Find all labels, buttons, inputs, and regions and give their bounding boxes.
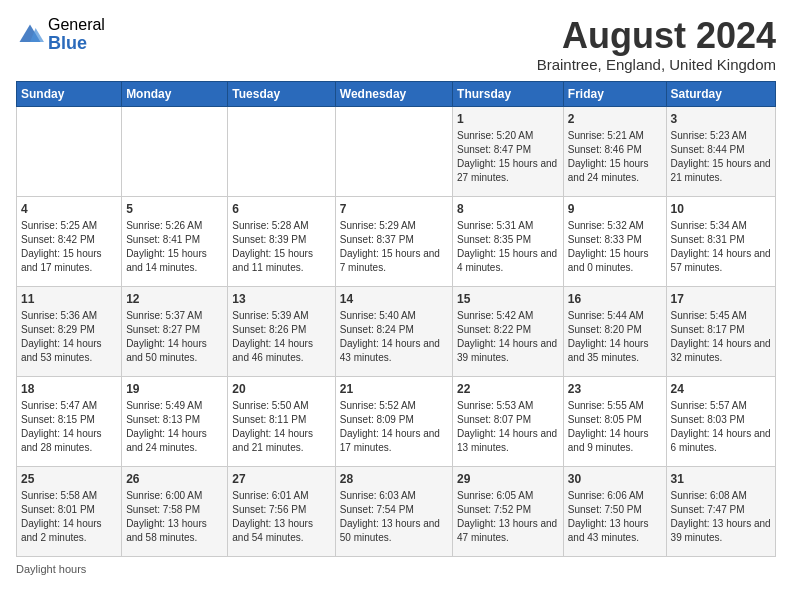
day-info: Sunrise: 5:50 AMSunset: 8:11 PMDaylight:…: [232, 399, 330, 455]
day-info: Sunrise: 5:32 AMSunset: 8:33 PMDaylight:…: [568, 219, 662, 275]
day-number: 8: [457, 201, 559, 218]
header-day-saturday: Saturday: [666, 81, 775, 106]
day-number: 5: [126, 201, 223, 218]
calendar-cell: 1Sunrise: 5:20 AMSunset: 8:47 PMDaylight…: [453, 106, 564, 196]
day-info: Sunrise: 5:36 AMSunset: 8:29 PMDaylight:…: [21, 309, 117, 365]
calendar-cell: 21Sunrise: 5:52 AMSunset: 8:09 PMDayligh…: [335, 376, 452, 466]
day-info: Sunrise: 6:00 AMSunset: 7:58 PMDaylight:…: [126, 489, 223, 545]
header-day-wednesday: Wednesday: [335, 81, 452, 106]
day-number: 17: [671, 291, 771, 308]
calendar-cell: 24Sunrise: 5:57 AMSunset: 8:03 PMDayligh…: [666, 376, 775, 466]
day-info: Sunrise: 5:47 AMSunset: 8:15 PMDaylight:…: [21, 399, 117, 455]
calendar-cell: 8Sunrise: 5:31 AMSunset: 8:35 PMDaylight…: [453, 196, 564, 286]
day-number: 30: [568, 471, 662, 488]
day-number: 1: [457, 111, 559, 128]
day-info: Sunrise: 5:23 AMSunset: 8:44 PMDaylight:…: [671, 129, 771, 185]
day-number: 28: [340, 471, 448, 488]
page-header: General Blue August 2024 Braintree, Engl…: [16, 16, 776, 73]
calendar-week-5: 25Sunrise: 5:58 AMSunset: 8:01 PMDayligh…: [17, 466, 776, 556]
day-info: Sunrise: 5:45 AMSunset: 8:17 PMDaylight:…: [671, 309, 771, 365]
calendar-cell: 16Sunrise: 5:44 AMSunset: 8:20 PMDayligh…: [563, 286, 666, 376]
day-number: 25: [21, 471, 117, 488]
calendar-week-1: 1Sunrise: 5:20 AMSunset: 8:47 PMDaylight…: [17, 106, 776, 196]
calendar-cell: 31Sunrise: 6:08 AMSunset: 7:47 PMDayligh…: [666, 466, 775, 556]
header-day-thursday: Thursday: [453, 81, 564, 106]
calendar-cell: 19Sunrise: 5:49 AMSunset: 8:13 PMDayligh…: [122, 376, 228, 466]
day-number: 13: [232, 291, 330, 308]
calendar-cell: 5Sunrise: 5:26 AMSunset: 8:41 PMDaylight…: [122, 196, 228, 286]
day-number: 4: [21, 201, 117, 218]
day-number: 18: [21, 381, 117, 398]
logo-text: General Blue: [48, 16, 105, 53]
calendar-cell: 14Sunrise: 5:40 AMSunset: 8:24 PMDayligh…: [335, 286, 452, 376]
day-info: Sunrise: 5:55 AMSunset: 8:05 PMDaylight:…: [568, 399, 662, 455]
title-block: August 2024 Braintree, England, United K…: [537, 16, 776, 73]
day-number: 24: [671, 381, 771, 398]
day-info: Sunrise: 5:53 AMSunset: 8:07 PMDaylight:…: [457, 399, 559, 455]
day-info: Sunrise: 5:49 AMSunset: 8:13 PMDaylight:…: [126, 399, 223, 455]
day-info: Sunrise: 5:31 AMSunset: 8:35 PMDaylight:…: [457, 219, 559, 275]
calendar-cell: 9Sunrise: 5:32 AMSunset: 8:33 PMDaylight…: [563, 196, 666, 286]
day-info: Sunrise: 6:08 AMSunset: 7:47 PMDaylight:…: [671, 489, 771, 545]
calendar-cell: [17, 106, 122, 196]
day-info: Sunrise: 5:28 AMSunset: 8:39 PMDaylight:…: [232, 219, 330, 275]
header-day-monday: Monday: [122, 81, 228, 106]
day-info: Sunrise: 5:20 AMSunset: 8:47 PMDaylight:…: [457, 129, 559, 185]
day-info: Sunrise: 5:26 AMSunset: 8:41 PMDaylight:…: [126, 219, 223, 275]
day-info: Sunrise: 6:01 AMSunset: 7:56 PMDaylight:…: [232, 489, 330, 545]
calendar-cell: 15Sunrise: 5:42 AMSunset: 8:22 PMDayligh…: [453, 286, 564, 376]
calendar-cell: 4Sunrise: 5:25 AMSunset: 8:42 PMDaylight…: [17, 196, 122, 286]
day-number: 7: [340, 201, 448, 218]
day-number: 23: [568, 381, 662, 398]
day-number: 26: [126, 471, 223, 488]
day-info: Sunrise: 5:39 AMSunset: 8:26 PMDaylight:…: [232, 309, 330, 365]
calendar-cell: 20Sunrise: 5:50 AMSunset: 8:11 PMDayligh…: [228, 376, 335, 466]
calendar-cell: 6Sunrise: 5:28 AMSunset: 8:39 PMDaylight…: [228, 196, 335, 286]
calendar-cell: 18Sunrise: 5:47 AMSunset: 8:15 PMDayligh…: [17, 376, 122, 466]
calendar-week-3: 11Sunrise: 5:36 AMSunset: 8:29 PMDayligh…: [17, 286, 776, 376]
day-number: 29: [457, 471, 559, 488]
day-info: Sunrise: 5:57 AMSunset: 8:03 PMDaylight:…: [671, 399, 771, 455]
header-day-friday: Friday: [563, 81, 666, 106]
calendar-table: SundayMondayTuesdayWednesdayThursdayFrid…: [16, 81, 776, 557]
day-number: 21: [340, 381, 448, 398]
day-info: Sunrise: 6:06 AMSunset: 7:50 PMDaylight:…: [568, 489, 662, 545]
calendar-cell: 26Sunrise: 6:00 AMSunset: 7:58 PMDayligh…: [122, 466, 228, 556]
calendar-cell: 25Sunrise: 5:58 AMSunset: 8:01 PMDayligh…: [17, 466, 122, 556]
day-info: Sunrise: 5:21 AMSunset: 8:46 PMDaylight:…: [568, 129, 662, 185]
footer-text: Daylight hours: [16, 563, 86, 575]
day-number: 11: [21, 291, 117, 308]
calendar-week-4: 18Sunrise: 5:47 AMSunset: 8:15 PMDayligh…: [17, 376, 776, 466]
day-number: 9: [568, 201, 662, 218]
calendar-cell: 29Sunrise: 6:05 AMSunset: 7:52 PMDayligh…: [453, 466, 564, 556]
calendar-cell: 22Sunrise: 5:53 AMSunset: 8:07 PMDayligh…: [453, 376, 564, 466]
calendar-cell: 17Sunrise: 5:45 AMSunset: 8:17 PMDayligh…: [666, 286, 775, 376]
header-day-tuesday: Tuesday: [228, 81, 335, 106]
day-info: Sunrise: 6:03 AMSunset: 7:54 PMDaylight:…: [340, 489, 448, 545]
calendar-cell: 2Sunrise: 5:21 AMSunset: 8:46 PMDaylight…: [563, 106, 666, 196]
calendar-cell: 13Sunrise: 5:39 AMSunset: 8:26 PMDayligh…: [228, 286, 335, 376]
calendar-cell: 28Sunrise: 6:03 AMSunset: 7:54 PMDayligh…: [335, 466, 452, 556]
day-info: Sunrise: 5:52 AMSunset: 8:09 PMDaylight:…: [340, 399, 448, 455]
day-number: 14: [340, 291, 448, 308]
day-info: Sunrise: 5:37 AMSunset: 8:27 PMDaylight:…: [126, 309, 223, 365]
month-year: August 2024: [537, 16, 776, 56]
day-info: Sunrise: 5:42 AMSunset: 8:22 PMDaylight:…: [457, 309, 559, 365]
logo: General Blue: [16, 16, 105, 53]
logo-general: General: [48, 16, 105, 34]
day-info: Sunrise: 5:29 AMSunset: 8:37 PMDaylight:…: [340, 219, 448, 275]
day-number: 22: [457, 381, 559, 398]
calendar-cell: 7Sunrise: 5:29 AMSunset: 8:37 PMDaylight…: [335, 196, 452, 286]
calendar-cell: 12Sunrise: 5:37 AMSunset: 8:27 PMDayligh…: [122, 286, 228, 376]
location: Braintree, England, United Kingdom: [537, 56, 776, 73]
day-info: Sunrise: 5:58 AMSunset: 8:01 PMDaylight:…: [21, 489, 117, 545]
day-number: 10: [671, 201, 771, 218]
day-number: 15: [457, 291, 559, 308]
logo-blue: Blue: [48, 34, 105, 54]
footer: Daylight hours: [16, 563, 776, 575]
day-number: 31: [671, 471, 771, 488]
day-info: Sunrise: 5:25 AMSunset: 8:42 PMDaylight:…: [21, 219, 117, 275]
day-number: 3: [671, 111, 771, 128]
day-number: 12: [126, 291, 223, 308]
calendar-cell: 23Sunrise: 5:55 AMSunset: 8:05 PMDayligh…: [563, 376, 666, 466]
